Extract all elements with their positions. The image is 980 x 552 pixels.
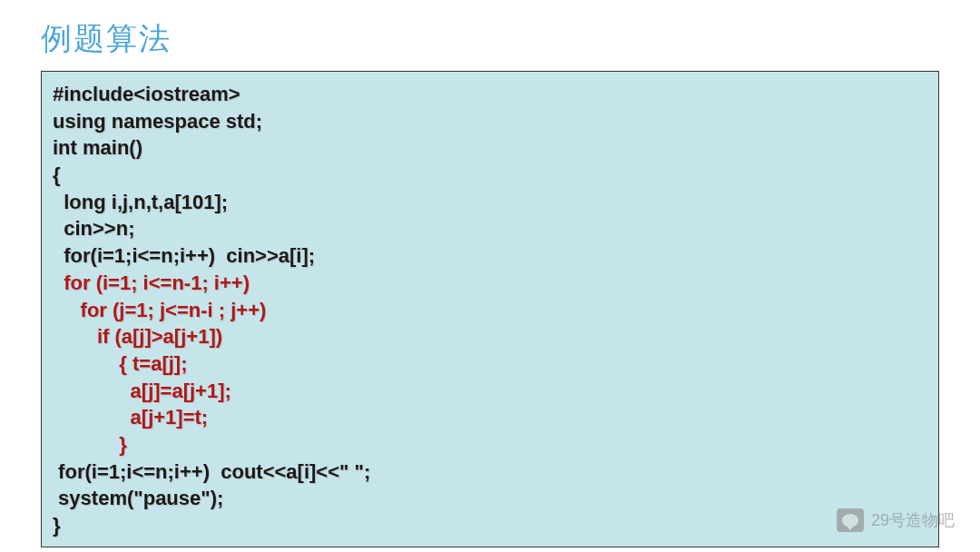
slide-title: 例题算法 [41,18,939,60]
code-line-highlight: for (i=1; i<=n-1; i++) [53,270,927,297]
wechat-icon [837,508,864,532]
code-line: for(i=1;i<=n;i++) cout<<a[i]<<" "; [53,458,927,486]
code-line: system("pause"); [53,485,927,512]
watermark: 29号造物吧 [837,508,955,532]
code-line: #include<iostream> [53,81,927,108]
code-line-highlight: } [53,431,927,458]
code-line: } [53,512,927,539]
slide-container: 例题算法 #include<iostream> using namespace … [0,0,980,552]
code-line: for(i=1;i<=n;i++) cin>>a[i]; [53,242,927,270]
code-block: #include<iostream> using namespace std; … [41,71,939,547]
code-line-highlight: a[j]=a[j+1]; [53,378,927,405]
code-line-highlight: if (a[j]>a[j+1]) [53,323,927,350]
code-line-highlight: { t=a[j]; [53,350,927,378]
watermark-text: 29号造物吧 [871,509,955,531]
code-line: using namespace std; [53,108,927,135]
code-line: cin>>n; [53,215,927,242]
code-line: { [53,162,927,189]
code-line: long i,j,n,t,a[101]; [53,189,927,216]
code-line: int main() [53,134,927,162]
code-line-highlight: for (j=1; j<=n-i ; j++) [53,297,927,324]
code-line-highlight: a[j+1]=t; [53,404,927,431]
